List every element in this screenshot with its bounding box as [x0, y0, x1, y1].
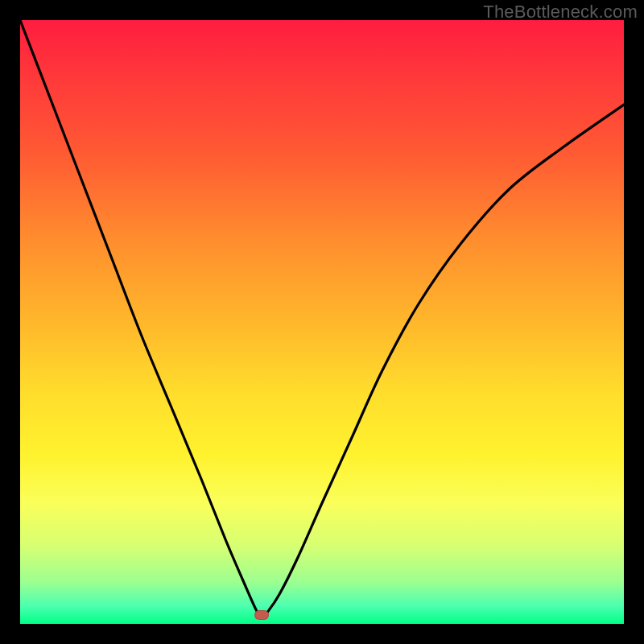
optimum-marker — [254, 610, 269, 620]
plot-area — [20, 20, 624, 624]
chart-frame: TheBottleneck.com — [0, 0, 644, 644]
bottleneck-curve — [20, 20, 624, 624]
watermark-text: TheBottleneck.com — [483, 2, 638, 23]
